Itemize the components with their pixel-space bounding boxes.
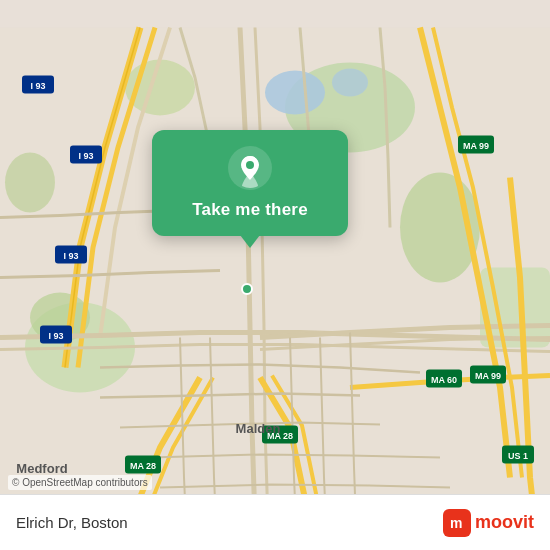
svg-text:Medford: Medford [16,461,67,476]
svg-text:I 93: I 93 [78,151,93,161]
moovit-text: moovit [475,512,534,533]
svg-text:Malden: Malden [236,421,281,436]
svg-text:US 1: US 1 [508,451,528,461]
moovit-logo-mark: m [443,509,471,537]
map-container: I 93 I 93 I 93 I 93 MA 28 MA 28 MA 99 MA… [0,0,550,550]
svg-point-34 [246,161,254,169]
take-me-there-button[interactable]: Take me there [192,198,308,222]
svg-text:MA 99: MA 99 [475,371,501,381]
svg-point-7 [5,153,55,213]
moovit-logo: m moovit [443,509,534,537]
svg-text:I 93: I 93 [30,81,45,91]
map-location-pin [240,282,254,300]
location-label: Elrich Dr, Boston [16,514,128,531]
svg-text:I 93: I 93 [48,331,63,341]
svg-text:MA 99: MA 99 [463,141,489,151]
svg-text:I 93: I 93 [63,251,78,261]
svg-text:m: m [450,515,462,531]
svg-point-9 [332,69,368,97]
map-attribution: © OpenStreetMap contributors [8,475,152,490]
map-background: I 93 I 93 I 93 I 93 MA 28 MA 28 MA 99 MA… [0,0,550,550]
svg-text:MA 28: MA 28 [130,461,156,471]
bottom-bar: Elrich Dr, Boston m moovit [0,494,550,550]
svg-point-35 [242,284,252,294]
pin-icon [228,146,272,190]
svg-text:MA 60: MA 60 [431,375,457,385]
popup-card: Take me there [152,130,348,236]
svg-point-8 [265,71,325,115]
